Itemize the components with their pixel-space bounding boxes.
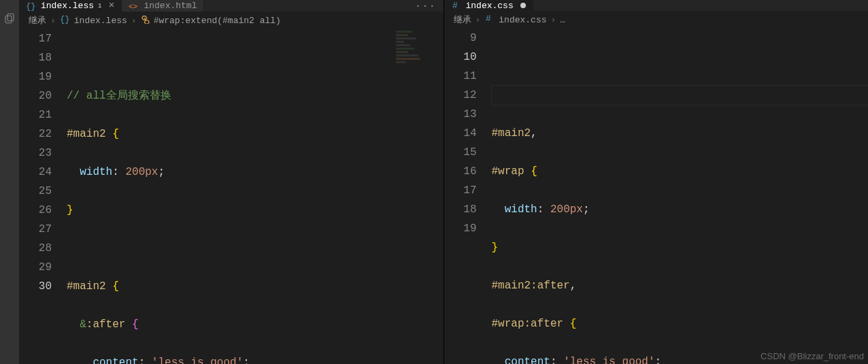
breadcrumb-more[interactable]: …: [560, 15, 565, 25]
css-file-icon: #: [451, 0, 462, 11]
code-editor-right[interactable]: 910111213141516171819 #main2, #wrap { wi…: [444, 29, 869, 364]
breadcrumb-item[interactable]: {} index.less: [60, 14, 127, 27]
chevron-right-icon: ›: [50, 16, 56, 26]
chevron-right-icon: ›: [551, 15, 556, 25]
less-file-icon: {}: [26, 1, 37, 12]
svg-text:#: #: [452, 1, 458, 11]
svg-text:<>: <>: [129, 3, 137, 11]
watermark-text: CSDN @Blizzar_front-end: [761, 351, 864, 361]
tab-label: index.less: [41, 1, 94, 11]
unsaved-dot-icon: [520, 3, 526, 8]
activity-bar: [0, 0, 19, 364]
svg-rect-0: [7, 14, 14, 21]
tab-index-html[interactable]: <> index.html: [122, 0, 204, 12]
line-gutter: 1718192021222324252627282930: [19, 29, 67, 364]
tab-bar-right: # index.css: [444, 0, 869, 11]
breadcrumb-left[interactable]: 继承 › {} index.less › #wrap:extend(#main2…: [19, 12, 444, 29]
breadcrumb-right[interactable]: 继承 › # index.css › …: [444, 11, 869, 29]
close-icon[interactable]: ×: [108, 0, 114, 12]
breadcrumb-item[interactable]: 继承: [454, 14, 471, 26]
tab-modified-count: 1: [98, 3, 101, 10]
tab-bar-left: {} index.less 1 × <> index.html ···: [19, 0, 444, 12]
editor-pane-left: {} index.less 1 × <> index.html ··· 继承 ›…: [19, 0, 444, 364]
code-content[interactable]: // all全局搜索替换 #main2 { width: 200px; } #m…: [67, 29, 444, 364]
css-file-icon: #: [484, 13, 495, 27]
breadcrumb-item[interactable]: # index.css: [484, 13, 546, 27]
tab-index-less[interactable]: {} index.less 1 ×: [19, 0, 122, 12]
less-file-icon: {}: [60, 14, 71, 27]
svg-text:{}: {}: [60, 15, 69, 24]
symbol-struct-icon: [141, 14, 150, 27]
html-file-icon: <>: [129, 1, 139, 12]
line-gutter: 910111213141516171819: [444, 29, 492, 364]
tab-label: index.css: [466, 1, 514, 11]
svg-rect-1: [5, 16, 12, 23]
breadcrumb-item[interactable]: #wrap:extend(#main2 all): [141, 14, 281, 27]
tab-index-css[interactable]: # index.css: [444, 0, 533, 11]
svg-text:{}: {}: [26, 2, 35, 12]
chevron-right-icon: ›: [475, 15, 481, 25]
breadcrumb-item[interactable]: 继承: [29, 14, 46, 27]
svg-text:#: #: [486, 14, 491, 24]
tab-label: index.html: [144, 1, 197, 11]
copy-icon[interactable]: [3, 12, 16, 27]
tab-overflow-icon[interactable]: ···: [408, 0, 443, 12]
code-content[interactable]: #main2, #wrap { width: 200px; } #main2:a…: [492, 29, 869, 364]
chevron-right-icon: ›: [131, 16, 137, 26]
editor-pane-right: # index.css 继承 › # index.css › … 9101112…: [444, 0, 869, 364]
code-editor-left[interactable]: 1718192021222324252627282930 // all全局搜索替…: [19, 29, 444, 364]
